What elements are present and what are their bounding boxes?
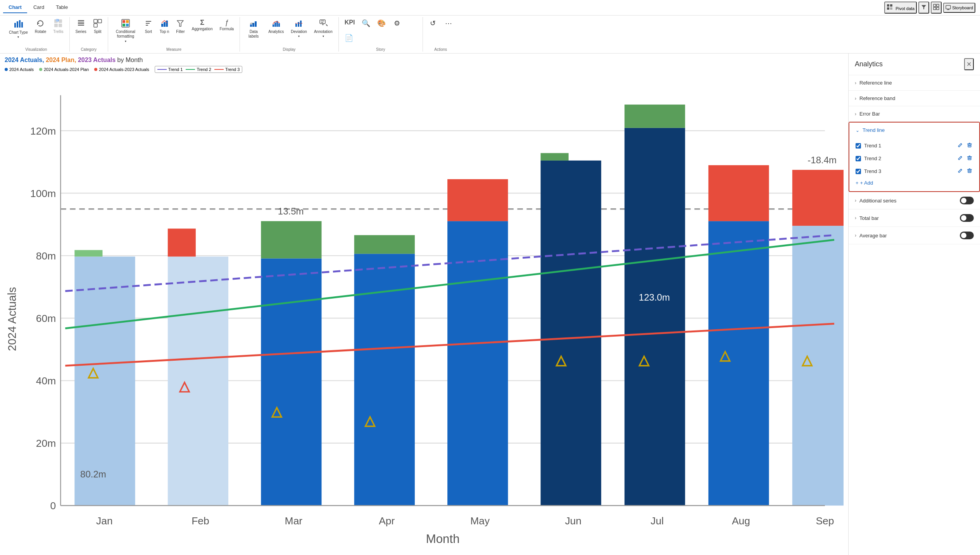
data-labels-icon: abc xyxy=(249,19,258,29)
color-icon: 🎨 xyxy=(377,19,386,28)
trend2-label: Trend 2 xyxy=(864,156,954,161)
tab-chart[interactable]: Chart xyxy=(3,2,27,13)
svg-rect-26 xyxy=(94,19,97,23)
more-button[interactable]: ⋯ xyxy=(442,17,455,29)
refresh-button[interactable]: ↺ xyxy=(426,17,440,29)
legend-actuals-2023: 2024 Actuals-2023 Actuals xyxy=(94,67,149,72)
chart-title: 2024 Actuals, 2024 Plan, 2023 Actuals by… xyxy=(5,57,844,64)
section-total-bar-header[interactable]: › Total bar xyxy=(849,209,980,226)
conditional-formatting-button[interactable]: Conditional formatting ▾ xyxy=(111,17,140,45)
svg-text:Sep: Sep xyxy=(816,515,834,527)
svg-line-97 xyxy=(961,156,962,157)
pdf-button[interactable]: 📄 xyxy=(342,32,356,44)
add-label: + Add xyxy=(860,180,873,186)
svg-text:Feb: Feb xyxy=(192,515,209,527)
rotate-button[interactable]: Rotate xyxy=(32,17,49,36)
chevron-right-icon-add-series: › xyxy=(855,198,856,203)
more-icon: ⋯ xyxy=(445,19,452,28)
section-reference-band: › Reference band xyxy=(849,91,980,106)
reference-band-label: Reference band xyxy=(859,95,974,101)
bar-feb-light xyxy=(168,257,228,506)
section-reference-band-header[interactable]: › Reference band xyxy=(849,91,980,106)
actions-group: ↺ ⋯ Actions xyxy=(423,17,459,52)
section-reference-line-header[interactable]: › Reference line xyxy=(849,75,980,90)
trend2-checkbox[interactable] xyxy=(856,156,861,161)
pivot-data-button[interactable]: Pivot data xyxy=(884,2,917,14)
svg-text:Mar: Mar xyxy=(285,515,303,527)
legend-label-actuals-2024: 2024 Actuals xyxy=(9,67,34,72)
trend1-checkbox[interactable] xyxy=(856,143,861,149)
trend3-delete-button[interactable] xyxy=(966,167,973,175)
average-bar-toggle[interactable] xyxy=(960,232,974,239)
analytics-button[interactable]: Analytics xyxy=(266,17,286,36)
svg-marker-56 xyxy=(322,24,324,26)
category-group: Series Split Category xyxy=(70,17,108,52)
svg-rect-9 xyxy=(946,5,951,9)
trend-items-list: Trend 1 Trend 2 xyxy=(849,138,979,191)
kpi-button[interactable]: KPI xyxy=(342,17,358,28)
trellis-button[interactable]: 1 Trellis xyxy=(50,17,66,36)
analytics-label: Analytics xyxy=(268,29,284,34)
grid-icon-btn[interactable] xyxy=(931,2,942,14)
sort-button[interactable]: Sort xyxy=(141,17,155,36)
trend3-label: Trend 3 xyxy=(864,168,954,174)
trend1-edit-button[interactable] xyxy=(957,142,964,150)
deviation-button[interactable]: Deviation ▾ xyxy=(288,17,310,40)
additional-series-toggle[interactable] xyxy=(960,197,974,204)
settings-button[interactable]: ⚙ xyxy=(390,17,404,29)
svg-text:Jul: Jul xyxy=(650,515,664,527)
section-reference-line: › Reference line xyxy=(849,75,980,91)
trend-item-3: Trend 3 xyxy=(849,165,979,178)
filter-icon-btn[interactable] xyxy=(918,2,929,14)
section-average-bar-header[interactable]: › Average bar xyxy=(849,227,980,244)
formula-button[interactable]: ƒ Formula xyxy=(217,17,237,33)
svg-text:0: 0 xyxy=(50,500,56,512)
svg-text:Aug: Aug xyxy=(732,515,750,527)
data-labels-button[interactable]: abc Data labels xyxy=(243,17,264,41)
section-additional-series-header[interactable]: › Additional series xyxy=(849,192,980,209)
aggregation-button[interactable]: Σ Aggregation xyxy=(189,17,216,33)
storyboard-button[interactable]: Storyboard xyxy=(943,3,975,13)
trend-add-button[interactable]: + + Add xyxy=(849,178,979,188)
annotation-icon xyxy=(319,19,328,29)
svg-rect-30 xyxy=(122,20,125,23)
actuals-2024-title: 2024 Actuals, xyxy=(5,57,44,63)
conditional-formatting-icon xyxy=(121,19,130,29)
tab-card[interactable]: Card xyxy=(28,2,50,13)
trend3-edit-button[interactable] xyxy=(957,167,964,175)
category-label: Category xyxy=(73,47,105,52)
svg-rect-43 xyxy=(255,21,257,27)
bar-feb-red xyxy=(168,228,196,256)
data-labels-label: Data labels xyxy=(246,29,261,39)
section-error-bar-header[interactable]: › Error Bar xyxy=(849,106,980,121)
trend2-edit-button[interactable] xyxy=(957,154,964,163)
chart-type-button[interactable]: Chart Type ▾ xyxy=(6,17,31,41)
trend3-checkbox[interactable] xyxy=(856,169,861,174)
section-trend-line: ⌄ Trend line Trend 1 xyxy=(849,122,980,192)
trend-line-header[interactable]: ⌄ Trend line xyxy=(849,123,979,138)
svg-text:Jan: Jan xyxy=(96,515,113,527)
tab-table[interactable]: Table xyxy=(50,2,73,13)
split-button[interactable]: Split xyxy=(91,17,105,36)
search-story-button[interactable]: 🔍 xyxy=(359,17,373,29)
trend2-delete-button[interactable] xyxy=(966,154,973,163)
pivot-data-label: Pivot data xyxy=(895,6,914,11)
bar-aug-red xyxy=(708,165,769,221)
analytics-close-button[interactable]: ✕ xyxy=(964,58,974,70)
bar-mar-dark xyxy=(261,258,321,505)
annotation-button[interactable]: Annotation ▾ xyxy=(311,17,335,40)
filter-button[interactable]: Filter xyxy=(173,17,187,36)
chevron-right-icon-error-bar: › xyxy=(855,111,856,117)
svg-text:20m: 20m xyxy=(36,437,56,449)
trend1-delete-button[interactable] xyxy=(966,142,973,150)
pdf-icon: 📄 xyxy=(345,34,353,42)
toggle-slider-average-bar xyxy=(960,232,974,239)
svg-text:100m: 100m xyxy=(30,188,56,199)
total-bar-toggle[interactable] xyxy=(960,214,974,222)
top-n-button[interactable]: Top n xyxy=(157,17,172,36)
legend-label-trend2: Trend 2 xyxy=(197,67,211,72)
story-label: Story xyxy=(342,47,419,52)
color-button[interactable]: 🎨 xyxy=(374,17,388,29)
bar-sep-red xyxy=(792,170,844,226)
series-button[interactable]: Series xyxy=(73,17,89,36)
